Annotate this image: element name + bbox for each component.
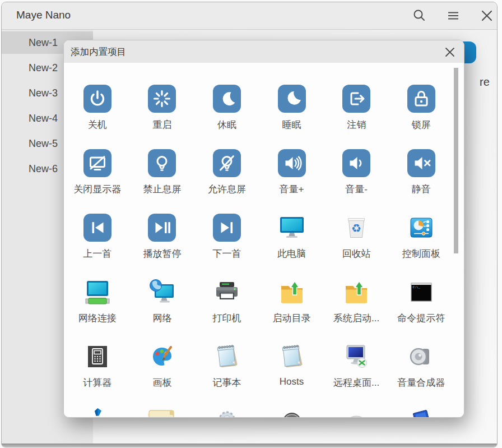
sleep-icon (277, 84, 306, 113)
volume-down-icon (342, 149, 371, 178)
notepad-icon (212, 342, 241, 371)
gear-icon (212, 407, 241, 417)
window-bottom-edge (2, 444, 497, 447)
dialog-title: 添加内置项目 (71, 46, 126, 58)
dialog-item[interactable]: ♻回收站 (324, 213, 389, 278)
dialog-item[interactable]: 关闭显示器 (65, 149, 130, 213)
dialog-item[interactable]: 网络 (130, 278, 195, 342)
dialog-item[interactable]: 允许息屏 (194, 149, 259, 213)
close-icon[interactable] (480, 8, 494, 23)
item-label: 计算器 (83, 376, 111, 389)
background-text-fragment: re (480, 76, 490, 89)
dialog-item-partial[interactable] (130, 407, 195, 417)
dialog-item[interactable]: 网络连接 (65, 278, 130, 342)
menu-icon[interactable] (446, 8, 461, 23)
item-label: 睡眠 (282, 118, 301, 131)
item-label: 启动目录 (273, 312, 311, 325)
add-builtin-items-dialog: 添加内置项目 关机重启休眠睡眠注销锁屏关闭显示器禁止息屏允许息屏音量+音量-静音… (63, 40, 464, 418)
dialog-item[interactable]: 重启 (130, 84, 195, 149)
startup-folder-icon (277, 278, 306, 307)
scroll-icon (147, 407, 176, 417)
blue-box-icon (407, 407, 436, 417)
item-label: 网络 (152, 312, 171, 325)
dialog-item[interactable]: 启动目录 (259, 278, 324, 342)
this-pc-icon (277, 213, 306, 242)
dialog-item[interactable]: 注销 (324, 84, 389, 149)
dialog-item[interactable]: 禁止息屏 (130, 149, 195, 213)
item-label: 记事本 (212, 376, 241, 389)
restart-icon (147, 84, 176, 113)
light-mound-icon (342, 407, 371, 417)
remote-desktop-icon (342, 342, 371, 371)
dialog-close-icon[interactable] (444, 47, 455, 58)
item-label: 静音 (412, 183, 431, 196)
dialog-item[interactable]: 关机 (65, 84, 130, 149)
item-label: 关闭显示器 (73, 183, 121, 196)
bulb-icon (147, 149, 176, 178)
item-label: 音量- (345, 183, 368, 196)
dialog-item[interactable]: 下一首 (194, 213, 259, 278)
dialog-item[interactable]: 睡眠 (259, 84, 324, 149)
item-label: 控制面板 (402, 247, 440, 260)
app-window: Maye Nano New-1New-2New-3New-4New-5New-6… (1, 2, 498, 447)
item-label: 锁屏 (412, 118, 431, 131)
dialog-item-partial[interactable] (65, 407, 130, 417)
dialog-item[interactable]: 休眠 (194, 84, 259, 149)
volume-up-icon (277, 149, 306, 178)
dialog-item[interactable]: 音量+ (259, 149, 324, 213)
printer-icon (212, 278, 241, 307)
item-label: 注销 (347, 118, 366, 131)
dialog-body: 关机重启休眠睡眠注销锁屏关闭显示器禁止息屏允许息屏音量+音量-静音上一首播放暂停… (64, 63, 464, 417)
dialog-scrollbar-thumb[interactable] (454, 68, 458, 253)
svg-text:C:\_: C:\_ (412, 285, 420, 289)
item-label: 此电脑 (277, 247, 306, 260)
dialog-item-partial[interactable] (259, 407, 324, 417)
item-label: 禁止息屏 (143, 183, 181, 196)
cmd-icon: C:\_ (407, 278, 436, 307)
dialog-item-partial[interactable] (389, 407, 454, 417)
dialog-item[interactable]: 远程桌面... (324, 342, 389, 407)
dialog-item-partial[interactable] (194, 407, 259, 417)
dialog-item[interactable]: 上一首 (65, 213, 130, 278)
bulb-off-icon (212, 149, 241, 178)
dialog-item[interactable]: 音量合成器 (389, 342, 454, 407)
item-label: 重启 (152, 118, 171, 131)
dialog-item[interactable]: 控制面板 (389, 213, 454, 278)
control-panel-icon (407, 213, 436, 242)
dialog-header: 添加内置项目 (64, 40, 464, 63)
power-icon (83, 84, 112, 113)
item-label: 音量合成器 (397, 376, 445, 389)
mute-icon (407, 149, 436, 178)
builtin-item-grid: 关机重启休眠睡眠注销锁屏关闭显示器禁止息屏允许息屏音量+音量-静音上一首播放暂停… (65, 84, 454, 417)
search-icon[interactable] (412, 8, 426, 23)
dialog-item[interactable]: 计算器 (65, 342, 130, 407)
notepad-icon (277, 342, 306, 371)
svg-text:♻: ♻ (351, 222, 361, 234)
item-label: 音量+ (280, 183, 304, 196)
blue-gem-icon (83, 407, 112, 417)
dialog-item[interactable]: 播放暂停 (130, 213, 195, 278)
item-label: 远程桌面... (333, 376, 379, 389)
item-label: 下一首 (212, 247, 241, 260)
dialog-item[interactable]: 此电脑 (259, 213, 324, 278)
dialog-item[interactable]: 画板 (130, 342, 195, 407)
item-label: 允许息屏 (208, 183, 246, 196)
hibernate-icon (212, 84, 241, 113)
page-title: Maye Nano (16, 9, 71, 21)
startup-folder-icon (342, 278, 371, 307)
dialog-item[interactable]: Hosts (259, 342, 324, 407)
item-label: 命令提示符 (397, 312, 445, 325)
dialog-item[interactable]: 静音 (389, 149, 454, 213)
dialog-item[interactable]: 系统启动... (324, 278, 389, 342)
dialog-item[interactable]: C:\_命令提示符 (389, 278, 454, 342)
item-label: 关机 (88, 118, 107, 131)
dialog-item[interactable]: 音量- (324, 149, 389, 213)
dialog-item[interactable]: 记事本 (194, 342, 259, 407)
dialog-item-partial[interactable] (324, 407, 389, 417)
dialog-item[interactable]: 锁屏 (389, 84, 454, 149)
titlebar: Maye Nano (2, 2, 497, 30)
item-label: 网络连接 (78, 312, 117, 325)
network-icon (147, 278, 176, 307)
dialog-item[interactable]: 打印机 (194, 278, 259, 342)
volume-mixer-icon (407, 342, 436, 371)
